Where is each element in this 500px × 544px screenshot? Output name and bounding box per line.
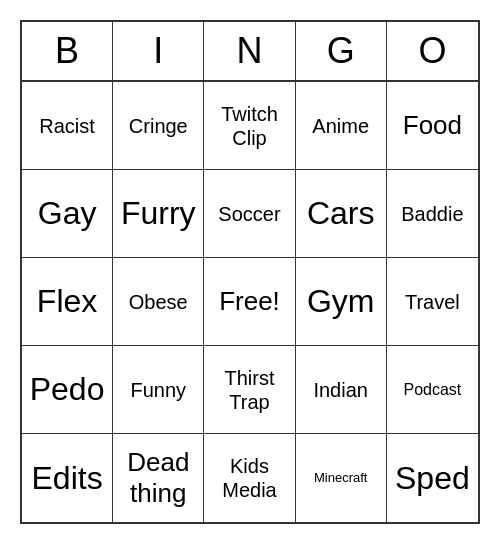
bingo-header: BINGO <box>22 22 478 82</box>
cell-text: Minecraft <box>314 470 367 486</box>
header-letter: G <box>296 22 387 80</box>
cell-text: Podcast <box>403 380 461 399</box>
cell-r3-c1: Funny <box>113 346 204 434</box>
cell-r1-c1: Furry <box>113 170 204 258</box>
cell-text: TwitchClip <box>221 102 278 150</box>
cell-text: Cringe <box>129 114 188 138</box>
cell-text: Obese <box>129 290 188 314</box>
cell-text: Food <box>403 110 462 141</box>
cell-text: Racist <box>39 114 95 138</box>
cell-text: Baddie <box>401 202 463 226</box>
cell-r0-c1: Cringe <box>113 82 204 170</box>
cell-text: Funny <box>130 378 186 402</box>
cell-text: ThirstTrap <box>224 366 274 414</box>
cell-r3-c3: Indian <box>296 346 387 434</box>
cell-r4-c2: KidsMedia <box>204 434 295 522</box>
cell-text: KidsMedia <box>222 454 276 502</box>
bingo-grid: RacistCringeTwitchClipAnimeFoodGayFurryS… <box>22 82 478 522</box>
cell-text: Furry <box>121 194 196 232</box>
cell-text: Soccer <box>218 202 280 226</box>
cell-r1-c3: Cars <box>296 170 387 258</box>
cell-r2-c1: Obese <box>113 258 204 346</box>
cell-text: Cars <box>307 194 375 232</box>
cell-r4-c1: Deadthing <box>113 434 204 522</box>
cell-r4-c4: Sped <box>387 434 478 522</box>
cell-r0-c4: Food <box>387 82 478 170</box>
cell-r2-c0: Flex <box>22 258 113 346</box>
cell-r0-c3: Anime <box>296 82 387 170</box>
cell-text: Flex <box>37 282 97 320</box>
header-letter: N <box>204 22 295 80</box>
header-letter: B <box>22 22 113 80</box>
cell-r3-c4: Podcast <box>387 346 478 434</box>
cell-text: Gay <box>38 194 97 232</box>
cell-text: Edits <box>32 459 103 497</box>
bingo-card: BINGO RacistCringeTwitchClipAnimeFoodGay… <box>20 20 480 524</box>
cell-r2-c4: Travel <box>387 258 478 346</box>
cell-r3-c2: ThirstTrap <box>204 346 295 434</box>
cell-r1-c2: Soccer <box>204 170 295 258</box>
cell-r1-c0: Gay <box>22 170 113 258</box>
cell-text: Pedo <box>30 370 105 408</box>
cell-text: Anime <box>312 114 369 138</box>
cell-text: Indian <box>313 378 368 402</box>
header-letter: O <box>387 22 478 80</box>
cell-text: Deadthing <box>127 447 189 509</box>
cell-r4-c3: Minecraft <box>296 434 387 522</box>
cell-r3-c0: Pedo <box>22 346 113 434</box>
cell-text: Travel <box>405 290 460 314</box>
cell-text: Sped <box>395 459 470 497</box>
cell-r0-c2: TwitchClip <box>204 82 295 170</box>
cell-r2-c2: Free! <box>204 258 295 346</box>
header-letter: I <box>113 22 204 80</box>
cell-text: Free! <box>219 286 280 317</box>
cell-r0-c0: Racist <box>22 82 113 170</box>
cell-r1-c4: Baddie <box>387 170 478 258</box>
cell-r2-c3: Gym <box>296 258 387 346</box>
cell-text: Gym <box>307 282 375 320</box>
cell-r4-c0: Edits <box>22 434 113 522</box>
